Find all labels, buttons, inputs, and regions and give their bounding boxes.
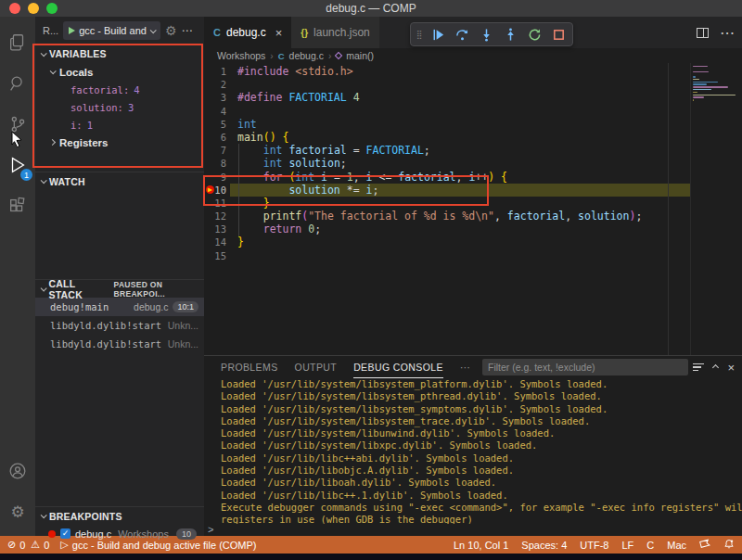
toolbar-drag-handle[interactable]: ⣿ [416, 30, 422, 39]
console-filter-input[interactable]: Filter (e.g. text, !exclude) [482, 359, 688, 375]
stack-frame-row[interactable]: libdyld.dylib!startUnkn... [35, 335, 204, 353]
code-line[interactable]: 9 for (int i = 1; i <= factorial; i++) { [204, 171, 742, 184]
tab-debug-c[interactable]: C debug.c × [204, 17, 291, 48]
code-line[interactable]: 1#include <stdio.h> [204, 65, 742, 78]
console-line: Execute debugger commands using "-exec <… [221, 502, 742, 514]
code-line[interactable]: 13 return 0; [204, 223, 742, 235]
console-line: Loaded '/usr/lib/libc++abi.dylib'. Symbo… [221, 452, 742, 465]
status-c[interactable]: C [646, 540, 654, 551]
line-number: 10 [204, 184, 230, 197]
status-utf-8[interactable]: UTF-8 [580, 540, 608, 551]
search-icon[interactable] [0, 63, 35, 104]
status-ln-10-col-1[interactable]: Ln 10, Col 1 [454, 540, 508, 551]
notifications-bell-icon[interactable] [723, 539, 735, 552]
variable-row[interactable]: i:1 [35, 116, 204, 134]
c-file-icon: C [278, 51, 285, 61]
tab-output[interactable]: OUTPUT [295, 356, 338, 378]
code-line[interactable]: 4 [204, 105, 742, 118]
code-line[interactable]: 10 solution *= i; [204, 184, 742, 197]
source-control-icon[interactable] [0, 104, 35, 145]
views-more-icon[interactable]: ⋯ [181, 24, 193, 37]
stop-button[interactable] [552, 27, 567, 42]
feedback-icon[interactable] [699, 539, 710, 552]
debug-sidebar: R... gcc - Build and ⚙ ⋯ VARIABLES Local… [35, 17, 204, 536]
continue-button[interactable] [431, 27, 446, 42]
chevron-down-icon [41, 285, 47, 291]
configure-gear-icon[interactable]: ⚙ [165, 23, 177, 38]
line-number: 4 [204, 105, 230, 118]
breadcrumb-folder[interactable]: Workshops [217, 50, 265, 61]
code-line[interactable]: 3#define FACTORIAL 4 [204, 91, 742, 104]
breadcrumb-symbol[interactable]: main() [346, 50, 374, 61]
stack-frame-row[interactable]: debug!maindebug.c10:1 [35, 298, 204, 316]
code-line[interactable]: 7 int factorial = FACTORIAL; [204, 144, 742, 157]
c-file-icon: C [213, 27, 221, 38]
variables-header[interactable]: VARIABLES [35, 45, 204, 63]
minimap[interactable] [690, 63, 738, 355]
start-debug-icon[interactable] [69, 27, 75, 34]
call-stack-header[interactable]: CALL STACK PAUSED ON BREAKPOI... [35, 279, 204, 298]
status-spaces-4[interactable]: Spaces: 4 [521, 540, 567, 551]
explorer-icon[interactable] [0, 22, 35, 63]
line-number: 13 [204, 223, 230, 235]
code-line[interactable]: 6main() { [204, 131, 742, 144]
code-line[interactable]: 2 [204, 78, 742, 91]
breakpoint-checkbox[interactable]: ✓ [60, 528, 70, 539]
status-mac[interactable]: Mac [667, 540, 686, 551]
editor-more-icon[interactable]: ⋯ [720, 24, 735, 42]
locals-group[interactable]: Locals [35, 63, 204, 81]
debug-console-output[interactable]: Loaded '/usr/lib/system/libsystem_platfo… [204, 378, 742, 524]
console-prompt[interactable]: > [204, 524, 742, 536]
tab-problems[interactable]: PROBLEMS [221, 356, 278, 378]
close-panel-icon[interactable]: × [727, 361, 735, 375]
split-editor-icon[interactable] [697, 28, 709, 38]
code-line[interactable]: 15 [204, 249, 742, 262]
filter-icon[interactable] [693, 363, 704, 372]
errors-indicator[interactable]: ⊘ 0 [7, 539, 25, 551]
run-and-debug-icon[interactable]: 1 [0, 145, 35, 185]
line-number: 15 [204, 249, 230, 262]
launch-config-dropdown[interactable]: gcc - Build and [63, 21, 160, 40]
watch-header[interactable]: WATCH [35, 172, 204, 190]
restart-button[interactable] [528, 27, 543, 42]
close-tab-icon[interactable]: × [275, 26, 283, 40]
step-over-button[interactable] [455, 27, 470, 42]
code-line[interactable]: 5int [204, 118, 742, 131]
breakpoints-header[interactable]: BREAKPOINTS [35, 506, 204, 525]
indent-guide [238, 144, 239, 236]
chevron-down-icon [41, 512, 47, 518]
tab-launch-json[interactable]: {} launch.json [291, 17, 379, 48]
chevron-down-icon [41, 50, 47, 57]
variable-row[interactable]: solution:3 [35, 98, 204, 116]
code-line[interactable]: 12 printf("The factorial of %d is %d\n",… [204, 210, 742, 223]
accounts-icon[interactable] [0, 451, 35, 491]
tab-debug-console[interactable]: DEBUG CONSOLE [353, 356, 443, 378]
code-line[interactable]: 11 } [204, 197, 742, 210]
window-title: debug.c — COMP [0, 2, 742, 15]
maximize-panel-icon[interactable] [712, 363, 719, 370]
watch-section: WATCH [35, 172, 204, 190]
step-out-button[interactable] [504, 27, 518, 42]
settings-gear-icon[interactable]: ⚙ [0, 491, 35, 532]
panel-more-icon[interactable]: ⋯ [460, 356, 470, 378]
registers-group[interactable]: Registers [35, 134, 204, 151]
vscode-window: debug.c — COMP 1 [0, 0, 742, 560]
run-controls: R... gcc - Build and ⚙ ⋯ [35, 17, 204, 45]
extensions-icon[interactable] [0, 185, 35, 226]
column-ruler [668, 63, 669, 355]
panel-tabbar: PROBLEMS OUTPUT DEBUG CONSOLE ⋯ Filter (… [204, 356, 742, 378]
code-line[interactable]: 8 int solution; [204, 157, 742, 170]
stack-frame-row[interactable]: libdyld.dylib!startUnkn... [35, 316, 204, 335]
code-editor[interactable]: 1#include <stdio.h>23#define FACTORIAL 4… [204, 63, 742, 355]
breakpoint-row[interactable]: ✓debug.cWorkshops10 [35, 525, 204, 542]
line-number: 8 [204, 157, 230, 170]
variable-row[interactable]: factorial:4 [35, 81, 204, 98]
step-into-button[interactable] [480, 27, 494, 42]
editor-tabbar: C debug.c × {} launch.json ⣿ [204, 17, 742, 48]
line-number: 12 [204, 210, 230, 223]
console-line: Loaded '/usr/lib/liboah.dylib'. Symbols … [221, 477, 742, 489]
status-lf[interactable]: LF [621, 540, 633, 551]
error-icon: ⊘ [7, 539, 16, 551]
breadcrumb-file[interactable]: debug.c [289, 50, 324, 61]
code-line[interactable]: 14} [204, 235, 742, 248]
